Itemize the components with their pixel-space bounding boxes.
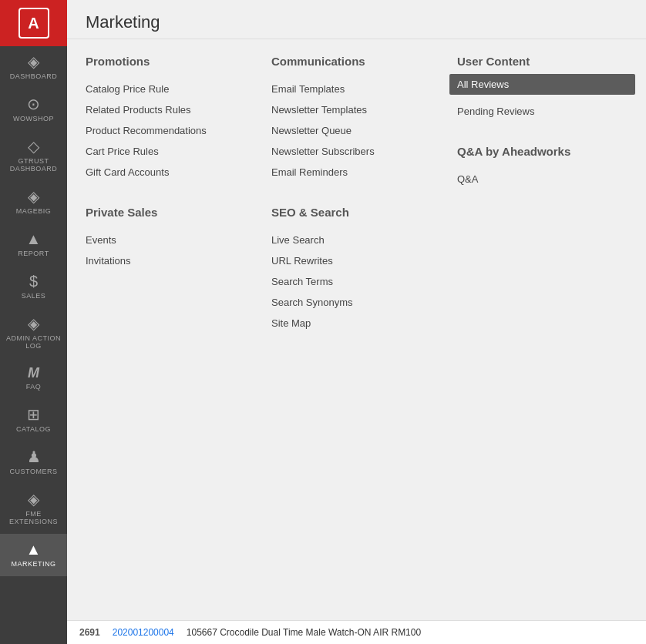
admin-action-log-icon: ◈ bbox=[28, 316, 39, 331]
sidebar-label-marketing: MARKETING bbox=[11, 560, 56, 569]
sidebar-item-dashboard[interactable]: ◈ DASHBOARD bbox=[0, 46, 67, 89]
catalog-icon: ⊞ bbox=[27, 407, 40, 422]
qa-aheadworks-title: Q&A by Aheadworks bbox=[457, 145, 627, 158]
sidebar-label-gtrust: GTRUST DASHBOARD bbox=[10, 157, 58, 174]
promotions-title: Promotions bbox=[86, 55, 256, 68]
link-live-search[interactable]: Live Search bbox=[271, 230, 442, 250]
bottom-link[interactable]: 202001200004 bbox=[113, 627, 174, 638]
link-email-templates[interactable]: Email Templates bbox=[271, 79, 442, 99]
sidebar-item-gtrust-dashboard[interactable]: ◇ GTRUST DASHBOARD bbox=[0, 131, 67, 182]
column-3: User Content All Reviews Pending Reviews… bbox=[457, 55, 627, 357]
link-newsletter-queue[interactable]: Newsletter Queue bbox=[271, 120, 442, 141]
link-cart-price-rules[interactable]: Cart Price Rules bbox=[86, 141, 256, 162]
link-url-rewrites[interactable]: URL Rewrites bbox=[271, 250, 442, 271]
bottom-bar: 2691 202001200004 105667 Crocodile Dual … bbox=[67, 620, 646, 644]
sidebar-label-fme-extensions: FME EXTENSIONS bbox=[9, 510, 58, 527]
column-1: Promotions Catalog Price Rule Related Pr… bbox=[86, 55, 256, 357]
link-all-reviews[interactable]: All Reviews bbox=[449, 74, 635, 95]
sidebar: A ◈ DASHBOARD ⊙ WOWSHOP ◇ GTRUST DASHBOA… bbox=[0, 0, 67, 644]
sidebar-label-catalog: CATALOG bbox=[16, 425, 51, 434]
section-private-sales: Private Sales Events Invitations bbox=[86, 206, 256, 271]
link-search-terms[interactable]: Search Terms bbox=[271, 271, 442, 292]
sidebar-label-faq: FAQ bbox=[26, 383, 42, 391]
wowshop-icon: ⊙ bbox=[27, 96, 40, 112]
report-icon: ▲ bbox=[26, 231, 42, 247]
link-newsletter-subscribers[interactable]: Newsletter Subscribers bbox=[271, 141, 442, 162]
sidebar-item-marketing[interactable]: ▲ MARKETING bbox=[0, 534, 67, 576]
marketing-icon: ▲ bbox=[26, 542, 42, 557]
sidebar-item-customers[interactable]: ♟ CUSTOMERS bbox=[0, 441, 67, 484]
fme-extensions-icon: ◈ bbox=[28, 491, 39, 507]
link-search-synonyms[interactable]: Search Synonyms bbox=[271, 292, 442, 313]
sidebar-item-admin-action-log[interactable]: ◈ ADMIN ACTION LOG bbox=[0, 308, 67, 359]
faq-icon: M bbox=[28, 366, 39, 380]
sidebar-label-wowshop: WOWSHOP bbox=[13, 115, 54, 123]
link-gift-card-accounts[interactable]: Gift Card Accounts bbox=[86, 162, 256, 183]
sidebar-item-faq[interactable]: M FAQ bbox=[0, 358, 67, 399]
link-product-recommendations[interactable]: Product Recommendations bbox=[86, 120, 256, 141]
page-header: Marketing bbox=[67, 0, 646, 39]
main-content: Marketing Promotions Catalog Price Rule … bbox=[67, 0, 646, 644]
magebig-icon: ◈ bbox=[28, 189, 39, 204]
sidebar-label-dashboard: DASHBOARD bbox=[10, 72, 58, 81]
dashboard-icon: ◈ bbox=[28, 54, 39, 69]
communications-title: Communications bbox=[271, 55, 442, 68]
link-events[interactable]: Events bbox=[86, 230, 256, 250]
sidebar-item-catalog[interactable]: ⊞ CATALOG bbox=[0, 399, 67, 441]
link-email-reminders[interactable]: Email Reminders bbox=[271, 162, 442, 183]
user-content-title: User Content bbox=[457, 55, 627, 68]
bottom-description: 105667 Crocodile Dual Time Male Watch-ON… bbox=[187, 627, 421, 638]
seo-search-title: SEO & Search bbox=[271, 206, 442, 219]
link-catalog-price-rule[interactable]: Catalog Price Rule bbox=[86, 79, 256, 99]
link-qa[interactable]: Q&A bbox=[457, 169, 627, 190]
link-invitations[interactable]: Invitations bbox=[86, 250, 256, 271]
sidebar-item-magebig[interactable]: ◈ MAGEBIG bbox=[0, 181, 67, 223]
sidebar-logo[interactable]: A bbox=[0, 0, 67, 46]
sidebar-label-magebig: MAGEBIG bbox=[16, 207, 52, 216]
logo-icon: A bbox=[19, 8, 49, 39]
sidebar-item-fme-extensions[interactable]: ◈ FME EXTENSIONS bbox=[0, 484, 67, 535]
link-newsletter-templates[interactable]: Newsletter Templates bbox=[271, 99, 442, 120]
sales-icon: $ bbox=[29, 273, 38, 289]
column-2: Communications Email Templates Newslette… bbox=[271, 55, 442, 357]
gtrust-icon: ◇ bbox=[28, 139, 39, 154]
link-related-products-rules[interactable]: Related Products Rules bbox=[86, 99, 256, 120]
sidebar-label-report: REPORT bbox=[18, 250, 49, 258]
menu-grid: Promotions Catalog Price Rule Related Pr… bbox=[86, 55, 627, 357]
private-sales-title: Private Sales bbox=[86, 206, 256, 219]
sidebar-label-customers: CUSTOMERS bbox=[10, 468, 58, 476]
page-title: Marketing bbox=[86, 12, 627, 32]
section-promotions: Promotions Catalog Price Rule Related Pr… bbox=[86, 55, 256, 183]
bottom-id: 2691 bbox=[79, 627, 100, 638]
sidebar-label-sales: SALES bbox=[22, 292, 46, 300]
section-seo-search: SEO & Search Live Search URL Rewrites Se… bbox=[271, 206, 442, 334]
sidebar-item-report[interactable]: ▲ REPORT bbox=[0, 223, 67, 266]
customers-icon: ♟ bbox=[27, 449, 41, 465]
sidebar-label-admin-action-log: ADMIN ACTION LOG bbox=[6, 334, 61, 351]
sidebar-item-wowshop[interactable]: ⊙ WOWSHOP bbox=[0, 89, 67, 131]
content-area: Promotions Catalog Price Rule Related Pr… bbox=[67, 39, 646, 620]
section-qa-aheadworks: Q&A by Aheadworks Q&A bbox=[457, 145, 627, 190]
section-communications: Communications Email Templates Newslette… bbox=[271, 55, 442, 183]
section-user-content: User Content All Reviews Pending Reviews bbox=[457, 55, 627, 122]
link-pending-reviews[interactable]: Pending Reviews bbox=[457, 101, 627, 122]
sidebar-item-sales[interactable]: $ SALES bbox=[0, 266, 67, 308]
link-site-map[interactable]: Site Map bbox=[271, 313, 442, 334]
